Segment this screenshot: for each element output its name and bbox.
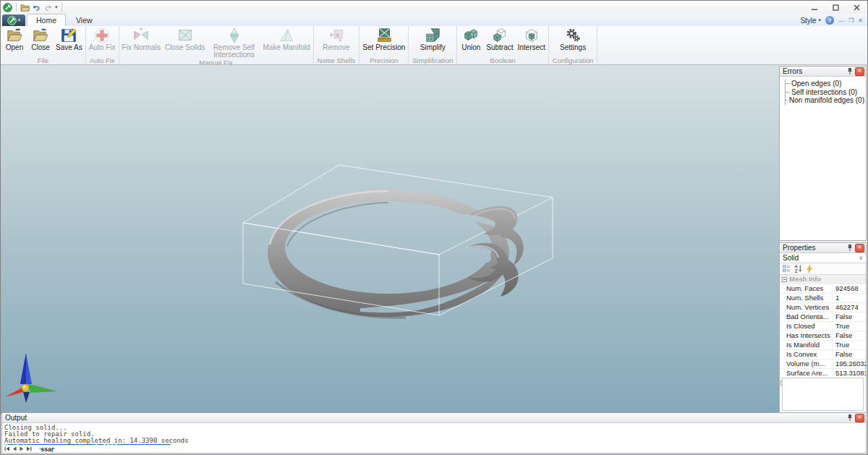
property-description-box xyxy=(782,378,864,411)
ribbon-group-precision: Set PrecisionPrecision xyxy=(359,26,409,64)
messages-tab-label: Messages xyxy=(38,446,56,453)
divider xyxy=(16,3,17,12)
pin-icon[interactable] xyxy=(847,414,853,421)
button-label: Intersect xyxy=(517,44,545,51)
output-panel-title: Output xyxy=(5,414,845,422)
ribbon-group-noise-shells: RemoveNoise Shells xyxy=(314,26,360,64)
ribbon-minimize-icon[interactable]: — xyxy=(838,17,844,24)
ribbon-group-label: Simplification xyxy=(409,56,456,64)
property-name: Num. Vertices xyxy=(780,303,832,312)
simplify-button[interactable]: Simplify xyxy=(418,27,448,51)
categorized-icon[interactable] xyxy=(783,265,791,273)
output-line[interactable]: Closing solid... xyxy=(4,425,866,431)
sort-icon[interactable] xyxy=(794,265,802,273)
property-value: True xyxy=(832,341,866,349)
property-name: Bad Orienta... xyxy=(780,312,832,321)
close-icon[interactable]: ✕ xyxy=(855,414,864,422)
close-solids-button[interactable]: Close Solids xyxy=(163,27,208,51)
property-category-row[interactable]: −Mesh Info xyxy=(780,275,866,284)
style-menu[interactable]: Style▾ xyxy=(800,17,821,25)
make-manifold-icon xyxy=(278,27,294,44)
auto-fix-button[interactable]: Auto Fix xyxy=(87,27,118,51)
qat-more-icon[interactable]: ▾ xyxy=(55,4,58,10)
ribbon-group-label: Noise Shells xyxy=(315,56,359,64)
property-row[interactable]: Bad Orienta...False xyxy=(780,312,866,322)
ribbon-group-manual-fix: Fix NormalsClose SolidsRemove Self Inter… xyxy=(119,26,314,64)
auto-fix-icon xyxy=(94,27,110,44)
viewport-canvas[interactable] xyxy=(1,65,780,414)
remove-button[interactable]: Remove xyxy=(320,27,352,51)
window-close-button[interactable] xyxy=(846,1,867,14)
open-button[interactable]: Open xyxy=(1,27,27,51)
pin-icon[interactable] xyxy=(847,244,853,251)
set-precision-button[interactable]: Set Precision xyxy=(360,27,407,51)
intersect-icon xyxy=(524,27,540,44)
subtract-button[interactable]: Subtract xyxy=(484,27,515,51)
output-tab-strip: Messages xyxy=(2,445,866,453)
tab-home[interactable]: Home xyxy=(27,14,66,26)
next-record-icon[interactable] xyxy=(19,446,26,451)
button-label: Make Manifold xyxy=(263,44,310,51)
window-maximize-button[interactable] xyxy=(825,1,846,14)
save-as-button[interactable]: Save As xyxy=(54,27,85,51)
property-row[interactable]: Num. Faces924568 xyxy=(780,284,866,294)
properties-panel-title: Properties xyxy=(783,244,845,252)
window-minimize-button[interactable] xyxy=(804,1,825,14)
window-controls xyxy=(804,1,867,14)
flash-icon[interactable] xyxy=(806,265,814,273)
tab-view[interactable]: View xyxy=(67,14,101,26)
app-menu-button[interactable]: ▾ xyxy=(2,14,25,26)
close-icon[interactable]: ✕ xyxy=(855,244,864,252)
output-panel-header: Output ✕ xyxy=(2,413,866,423)
prev-record-icon[interactable] xyxy=(12,446,19,451)
property-row[interactable]: Is ConvexFalse xyxy=(780,350,866,360)
tabrow-right-cluster: Style▾ ? — ❐ ✕ xyxy=(800,14,867,26)
help-icon[interactable]: ? xyxy=(825,16,834,25)
settings-button[interactable]: Settings xyxy=(558,27,588,51)
subtract-icon xyxy=(492,27,508,44)
make-manifold-button[interactable]: Make Manifold xyxy=(261,27,312,51)
last-record-icon[interactable] xyxy=(26,446,33,451)
property-value: False xyxy=(832,312,866,321)
error-tree-item[interactable]: Self intersections (0) xyxy=(786,88,864,97)
property-value: 462274 xyxy=(832,303,866,312)
open-file-icon[interactable] xyxy=(20,3,30,12)
errors-panel-header: Errors ✕ xyxy=(780,67,866,77)
close-button[interactable]: Close xyxy=(27,27,54,51)
errors-panel: Errors ✕ Open edges (0)Self intersection… xyxy=(779,66,867,241)
category-label: Mesh Info xyxy=(789,275,821,284)
property-name: Has Intersects xyxy=(780,331,832,340)
remove-self-intersections-button[interactable]: Remove Self Intersections xyxy=(208,27,261,59)
app-logo-icon xyxy=(3,3,12,12)
property-value: 513.310814 xyxy=(832,369,866,378)
pin-icon[interactable] xyxy=(847,68,853,75)
ribbon-close-icon[interactable]: ✕ xyxy=(858,17,863,24)
property-row[interactable]: Has IntersectsFalse xyxy=(780,331,866,341)
undo-icon[interactable] xyxy=(32,3,41,12)
error-tree-item[interactable]: Open edges (0) xyxy=(786,80,864,88)
errors-panel-title: Errors xyxy=(783,67,845,75)
property-row[interactable]: Num. Vertices462274 xyxy=(780,303,866,312)
first-record-icon[interactable] xyxy=(4,446,12,451)
collapse-icon[interactable]: − xyxy=(782,277,787,282)
union-button[interactable]: Union xyxy=(458,27,484,51)
ribbon-group-label: Manual Fix xyxy=(120,59,312,65)
remove-self-intersections-icon xyxy=(226,27,242,44)
property-value: False xyxy=(832,350,866,359)
close-icon[interactable]: ✕ xyxy=(855,67,864,76)
error-tree-item[interactable]: Non manifold edges (0) xyxy=(786,96,864,105)
ribbon-restore-icon[interactable]: ❐ xyxy=(848,17,854,24)
button-label: Fix Normals xyxy=(122,44,161,51)
property-row[interactable]: Is ClosedTrue xyxy=(780,322,866,331)
object-selector-value: Solid xyxy=(783,254,799,262)
property-row[interactable]: Num. Shells1 xyxy=(780,294,866,303)
close-icon xyxy=(33,27,48,44)
button-label: Close xyxy=(31,44,50,51)
property-row[interactable]: Is ManifoldTrue xyxy=(780,341,866,350)
redo-icon[interactable] xyxy=(43,3,53,12)
intersect-button[interactable]: Intersect xyxy=(515,27,547,51)
fix-normals-button[interactable]: Fix Normals xyxy=(120,27,163,51)
ribbon-group-configuration: SettingsConfiguration xyxy=(549,26,598,64)
property-row[interactable]: Volume (m...195.260326 xyxy=(780,360,866,369)
object-selector-dropdown[interactable]: Solid ∨ xyxy=(780,253,866,263)
